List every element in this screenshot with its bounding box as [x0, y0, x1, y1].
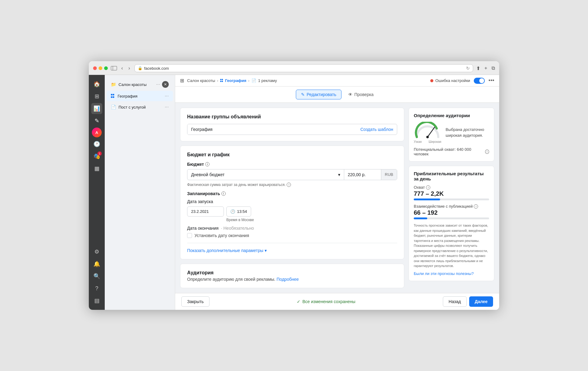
- budget-note-info-icon[interactable]: i: [287, 183, 291, 187]
- nav-avatar[interactable]: А: [92, 128, 102, 137]
- traffic-light-red[interactable]: [93, 66, 97, 70]
- budget-amount-input[interactable]: [344, 169, 381, 180]
- tabs-icon[interactable]: ⧉: [492, 65, 495, 71]
- top-bar-right: Ошибка настройки •••: [430, 77, 494, 84]
- save-status-text: Все изменения сохранены: [302, 299, 355, 304]
- campaign-toggle[interactable]: [474, 78, 485, 84]
- nav-list-icon[interactable]: ▦: [91, 163, 102, 174]
- tab-review-label: Проверка: [354, 92, 374, 97]
- show-more-btn[interactable]: Показать дополнительные параметры ▾: [187, 248, 267, 253]
- chevron-show-more-icon: ▾: [265, 248, 267, 253]
- nav-buttons: Назад Далее: [443, 296, 493, 307]
- nav-sidebar-icon[interactable]: ▤: [91, 295, 102, 306]
- sidebar-item-post[interactable]: 📄 Пост с услугой ···: [107, 102, 173, 112]
- error-badge: Ошибка настройки: [430, 78, 470, 83]
- tab-edit[interactable]: ✎ Редактировать: [296, 90, 341, 99]
- left-nav: 🏠 ⊞ 📊 ✎ А 🕐 🎭 1 ▦ ⚙ 🔔 🔍 ? ▤: [89, 75, 105, 310]
- sidebar-post-label: Пост с услугой: [119, 105, 146, 109]
- sidebar: 📁 Салон красоты ··· ✕ География: [105, 75, 175, 310]
- check-icon: ✓: [297, 299, 300, 304]
- next-nav-btn[interactable]: Далее: [469, 296, 493, 307]
- engagement-result-label: Взаимодействие с публикацией i: [414, 204, 489, 209]
- gauge-container: Узкая Широкая Выбрана достаточно широкая…: [414, 122, 489, 143]
- time-value: 13:54: [237, 209, 247, 214]
- edit-pencil-icon: ✎: [301, 92, 305, 97]
- salon-more-icon[interactable]: ···: [156, 82, 160, 87]
- gauge-text: Выбрана достаточно широкая аудитория.: [446, 127, 489, 138]
- nav-search-icon[interactable]: 🔍: [91, 271, 102, 282]
- reach-info-icon[interactable]: i: [485, 150, 489, 154]
- schedule-info-icon[interactable]: i: [221, 191, 226, 196]
- geo-more-icon[interactable]: ···: [165, 93, 169, 99]
- tab-review[interactable]: 👁 Проверка: [343, 90, 379, 99]
- reload-icon[interactable]: ↻: [466, 66, 470, 71]
- start-date-label: Дата запуска: [187, 199, 397, 204]
- url-text: facebook.com: [144, 66, 169, 71]
- nav-grid-icon[interactable]: ⊞: [91, 91, 102, 102]
- svg-line-0: [428, 127, 435, 137]
- sidebar-item-geo[interactable]: География ···: [107, 91, 173, 101]
- end-date-row: Дата окончания · Необязательно: [187, 226, 397, 231]
- toggle-thumb: [479, 78, 484, 83]
- nav-edit-icon[interactable]: ✎: [91, 115, 102, 126]
- chevron-down-icon: ▾: [338, 172, 340, 177]
- create-template-btn[interactable]: Создать шаблон: [357, 127, 397, 132]
- budget-info-icon[interactable]: i: [205, 162, 209, 166]
- geo-grid-icon: [111, 94, 115, 98]
- traffic-light-yellow[interactable]: [99, 66, 102, 70]
- sidebar-toggle-btn[interactable]: [111, 66, 117, 70]
- close-sidebar-btn[interactable]: ✕: [162, 81, 169, 88]
- breadcrumb-geo-icon: [220, 79, 224, 83]
- traffic-light-green[interactable]: [104, 66, 108, 70]
- time-input[interactable]: 🕐 13:54: [226, 206, 251, 217]
- nav-home-icon[interactable]: 🏠: [91, 79, 102, 90]
- budget-card: Бюджет и график Бюджет i Дневной бюджет …: [180, 146, 404, 259]
- breadcrumb-salon[interactable]: Салон красоты: [187, 78, 215, 83]
- sidebar-item-salon[interactable]: 📁 Салон красоты ··· ✕: [107, 79, 173, 90]
- breadcrumb-icon: ⊞: [180, 78, 184, 83]
- gauge-svg: [414, 122, 441, 139]
- share-icon[interactable]: ⬆: [476, 65, 480, 71]
- nav-help-icon[interactable]: ?: [91, 283, 102, 294]
- nav-badge: 1: [97, 151, 102, 156]
- back-browser-btn[interactable]: ‹: [120, 65, 124, 72]
- breadcrumb-ads[interactable]: 1 рекламу: [258, 78, 277, 83]
- tab-edit-label: Редактировать: [307, 92, 336, 97]
- close-action-btn[interactable]: Закрыть: [181, 296, 209, 307]
- breadcrumb-geo[interactable]: География: [225, 78, 246, 83]
- new-tab-icon[interactable]: +: [484, 65, 487, 71]
- nav-smiley-icon[interactable]: 🎭 1: [91, 151, 102, 162]
- post-more-icon[interactable]: ···: [165, 104, 169, 110]
- nav-settings-icon[interactable]: ⚙: [91, 246, 102, 257]
- doc-icon: 📄: [111, 105, 116, 109]
- engagement-progress-fill: [414, 217, 427, 219]
- feedback-link[interactable]: Были ли эти прогнозы полезны?: [414, 271, 474, 276]
- address-bar[interactable]: 🔒 facebook.com ↻: [134, 64, 473, 72]
- more-options-btn[interactable]: •••: [488, 77, 494, 84]
- breadcrumb-sep1: ›: [217, 78, 218, 83]
- engagement-result-info[interactable]: i: [474, 204, 478, 209]
- forward-browser-btn[interactable]: ›: [127, 65, 131, 72]
- review-eye-icon: 👁: [348, 92, 352, 97]
- breadcrumb: ⊞ Салон красоты › География › 📄: [180, 78, 277, 83]
- nav-bell-icon[interactable]: 🔔: [91, 258, 102, 269]
- bottom-bar: Закрыть ✓ Все изменения сохранены Назад …: [175, 293, 499, 310]
- nav-clock-icon[interactable]: 🕐: [91, 139, 102, 150]
- engagement-result: Взаимодействие с публикацией i 66 – 192: [414, 204, 489, 219]
- sidebar-salon-label: Салон красоты: [119, 82, 147, 87]
- disclaimer-text: Точность прогнозов зависит от таких факт…: [414, 223, 489, 269]
- nav-chart-icon[interactable]: 📊: [91, 103, 102, 114]
- reach-result-info[interactable]: i: [426, 185, 430, 190]
- audience-link[interactable]: Подробнее: [277, 277, 299, 282]
- top-bar: ⊞ Салон красоты › География › 📄: [175, 75, 499, 87]
- budget-type-select[interactable]: Дневной бюджет ▾: [187, 169, 344, 180]
- back-nav-btn[interactable]: Назад: [443, 296, 467, 307]
- results-title: Приблизительные результаты за день: [414, 171, 489, 181]
- start-date-input[interactable]: [187, 206, 224, 217]
- engagement-progress-bg: [414, 217, 489, 219]
- ad-group-name-card: Название группы объявлений Создать шабло…: [180, 108, 404, 141]
- end-date-checkbox[interactable]: [187, 233, 192, 238]
- content-area: Название группы объявлений Создать шабло…: [175, 103, 499, 293]
- name-input-row: Создать шаблон: [187, 124, 397, 135]
- ad-group-name-input[interactable]: [187, 124, 357, 135]
